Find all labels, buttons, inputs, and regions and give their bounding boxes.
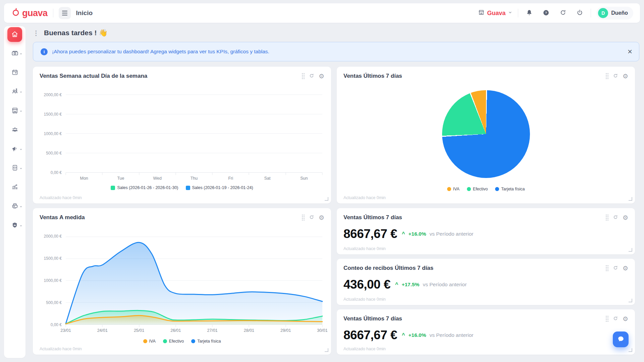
resize-handle[interactable]	[629, 348, 632, 352]
x-axis-tick: Thu	[176, 176, 212, 181]
logout-button[interactable]	[574, 7, 585, 19]
menu-toggle-button[interactable]	[59, 7, 71, 19]
resize-handle[interactable]	[629, 248, 632, 252]
card-kpi-ventas-7dias: Ventas Últimos 7 días ⚙ 8667,67 € ^ +16.…	[337, 208, 635, 254]
sidebar-item-marketing[interactable]	[7, 142, 22, 157]
widget-settings-button[interactable]: ⚙	[623, 215, 628, 221]
drag-handle-icon[interactable]	[606, 316, 608, 322]
widget-refresh-button[interactable]	[613, 73, 618, 79]
card-ventas-a-medida: Ventas A medida ⚙ 0,00 €500,00 €1000,00 …	[33, 208, 331, 355]
divider	[591, 9, 591, 17]
banner-close-button[interactable]: ×	[628, 48, 632, 56]
legend-swatch	[143, 339, 147, 343]
card-title: Conteo de recibos Últimos 7 días	[343, 265, 433, 272]
trend-up-icon: ^	[402, 332, 405, 338]
drag-handle-icon[interactable]	[606, 73, 608, 79]
widget-refresh-button[interactable]	[309, 73, 314, 79]
notifications-button[interactable]	[524, 7, 535, 19]
y-axis-tick: 1000,00 €	[44, 278, 62, 283]
widget-refresh-button[interactable]	[613, 265, 618, 272]
storefront-icon	[478, 9, 485, 17]
sidebar-item-security[interactable]	[7, 218, 22, 233]
calendar-icon	[11, 69, 18, 77]
drag-handle-icon[interactable]	[302, 215, 305, 221]
x-axis-tick: Tue	[102, 176, 139, 181]
legend: Sales (2026-01-26 - 2026-01-30)Sales (20…	[40, 185, 324, 190]
card-title: Ventas Semana actual Día de la semana	[40, 73, 147, 79]
resize-handle[interactable]	[325, 197, 328, 201]
x-axis-tick: Wed	[139, 176, 176, 181]
legend-label: Sales (2026-01-26 - 2026-01-30)	[117, 185, 178, 190]
drag-handle-icon[interactable]	[606, 265, 608, 271]
sidebar-item-archive[interactable]	[7, 161, 22, 176]
pos-terminal-icon	[11, 202, 19, 211]
widget-settings-button[interactable]: ⚙	[623, 265, 628, 272]
kpi-value: 8667,67 €	[343, 328, 397, 342]
sidebar-item-cash[interactable]	[7, 46, 22, 61]
widget-settings-button[interactable]: ⚙	[623, 316, 628, 322]
chart-trend-icon	[11, 183, 19, 192]
refresh-icon	[559, 9, 567, 17]
avatar: D	[598, 8, 608, 18]
bar-plot-area	[66, 95, 322, 173]
kpi-comparison-label: vs Período anterior	[423, 282, 467, 288]
info-icon: i	[41, 48, 48, 55]
chat-button[interactable]	[613, 331, 629, 347]
drag-handle-icon[interactable]	[606, 215, 608, 221]
kpi-delta: +17.5%	[401, 282, 419, 288]
user-menu[interactable]: D Dueño	[596, 7, 633, 19]
bar-chart: 0,00 €500,00 €1000,00 €1500,00 €2000,00 …	[40, 95, 324, 173]
updated-label: Actualizado hace 0min	[40, 195, 82, 200]
sidebar	[4, 26, 25, 358]
widget-settings-button[interactable]: ⚙	[319, 215, 324, 221]
sidebar-item-staff[interactable]	[7, 84, 22, 99]
x-axis-tick: 28/01	[244, 328, 254, 333]
card-title: Ventas A medida	[40, 214, 85, 221]
x-axis-tick: Sun	[286, 176, 322, 181]
legend: IVAEfectivoTarjeta física	[40, 339, 324, 344]
sidebar-item-home[interactable]	[7, 27, 22, 42]
chevron-down-icon	[19, 224, 22, 227]
question-mark-icon: ?	[542, 9, 550, 17]
widget-refresh-button[interactable]	[309, 215, 314, 221]
legend-label: Tarjeta física	[501, 187, 525, 191]
resize-handle[interactable]	[629, 197, 632, 201]
updated-label: Actualizado hace 0min	[343, 347, 386, 351]
x-axis: MonTueWedThuFriSatSun	[66, 176, 322, 181]
widget-refresh-button[interactable]	[613, 215, 618, 221]
help-button[interactable]: ?	[540, 7, 552, 19]
legend-swatch	[191, 339, 195, 343]
main-content: ⋮ Buenas tardes ! 👋 i ¡Ahora puedes pers…	[33, 26, 639, 356]
drag-handle-icon[interactable]	[302, 73, 305, 79]
drag-handle-icon[interactable]: ⋮	[33, 30, 39, 36]
svg-text:?: ?	[545, 11, 547, 14]
chevron-down-icon	[19, 52, 22, 55]
greeting-title: Buenas tardes ! 👋	[44, 29, 108, 37]
sidebar-item-store[interactable]	[7, 104, 22, 118]
y-axis-tick: 2000,00 €	[44, 234, 62, 239]
sidebar-item-customers[interactable]	[7, 123, 22, 137]
refresh-button[interactable]	[557, 7, 569, 19]
widget-settings-button[interactable]: ⚙	[319, 73, 324, 79]
widget-settings-button[interactable]: ⚙	[623, 73, 628, 79]
x-axis-tick: 23/01	[60, 328, 71, 333]
resize-handle[interactable]	[325, 348, 328, 352]
legend-swatch	[186, 186, 190, 190]
legend-swatch	[163, 339, 167, 343]
x-axis-tick: Sat	[249, 176, 285, 181]
chevron-down-icon	[19, 148, 22, 151]
area-chart: 0,00 €500,00 €1000,00 €1500,00 €2000,00 …	[40, 236, 324, 325]
widget-refresh-button[interactable]	[613, 316, 618, 322]
store-selector[interactable]: Guava	[478, 9, 513, 17]
sidebar-item-pos[interactable]	[7, 199, 22, 214]
sidebar-item-reports[interactable]	[7, 180, 22, 195]
x-axis-tick: 25/01	[134, 328, 144, 333]
sidebar-item-calendar[interactable]	[7, 65, 22, 80]
updated-label: Actualizado hace 0min	[343, 195, 386, 200]
kpi-delta: +16.0%	[408, 231, 426, 237]
guava-logo[interactable]: guava	[11, 7, 48, 19]
x-axis: 23/0124/0125/0126/0127/0128/0129/0130/01	[66, 328, 322, 334]
legend-item: Sales (2026-01-26 - 2026-01-30)	[111, 185, 178, 190]
resize-handle[interactable]	[629, 299, 632, 302]
store-icon	[11, 107, 19, 115]
